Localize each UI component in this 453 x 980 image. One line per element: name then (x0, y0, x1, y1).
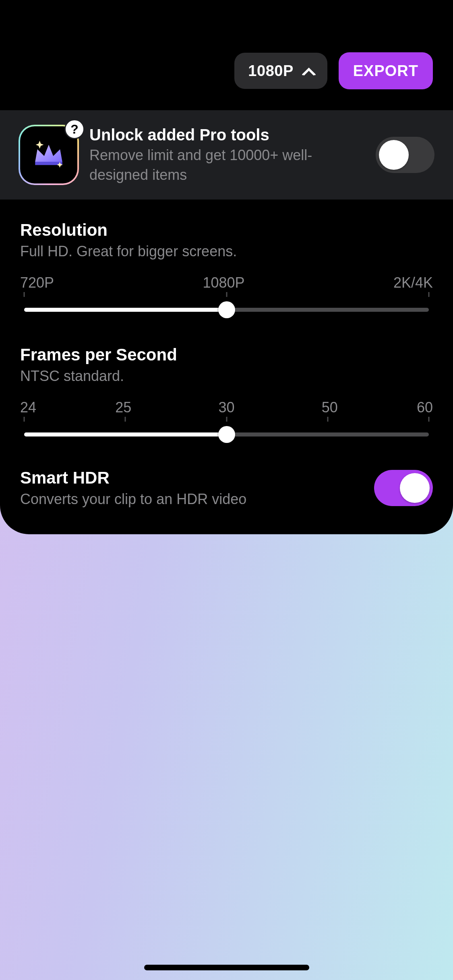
question-icon: ? (70, 123, 79, 136)
export-settings-panel: 1080P EXPORT (0, 0, 453, 534)
pro-icon-wrap: ? (19, 125, 79, 185)
resolution-section: Resolution Full HD. Great for bigger scr… (0, 200, 453, 324)
fps-section: Frames per Second NTSC standard. 24 25 3… (0, 324, 453, 449)
slider-thumb[interactable] (218, 301, 235, 318)
fps-label-1: 25 (82, 399, 165, 416)
fps-ticks (24, 417, 429, 422)
fps-label-0: 24 (20, 399, 62, 416)
pro-toggle[interactable] (376, 137, 434, 173)
smart-hdr-row: Smart HDR Converts your clip to an HDR v… (0, 449, 453, 511)
pro-subtitle: Remove limit and get 10000+ well-designe… (89, 146, 365, 185)
hdr-text: Smart HDR Converts your clip to an HDR v… (20, 468, 374, 508)
resolution-ticks (24, 292, 429, 297)
pro-title: Unlock added Pro tools (89, 125, 365, 145)
caret-up-icon (302, 66, 316, 76)
resolution-slider[interactable] (20, 298, 433, 322)
fps-labels: 24 25 30 50 60 (20, 399, 433, 416)
fps-label-4: 60 (392, 399, 433, 416)
pro-text: Unlock added Pro tools Remove limit and … (89, 125, 365, 185)
slider-thumb[interactable] (218, 426, 235, 443)
toggle-knob (400, 473, 430, 503)
resolution-label-2: 2K/4K (393, 274, 433, 291)
toggle-knob (379, 140, 409, 170)
slider-fill (24, 432, 231, 436)
help-badge[interactable]: ? (64, 119, 85, 139)
export-button[interactable]: EXPORT (339, 52, 433, 89)
fps-label-2: 30 (185, 399, 268, 416)
resolution-chip[interactable]: 1080P (234, 53, 327, 89)
slider-fill (24, 308, 231, 312)
resolution-label-1: 1080P (203, 274, 244, 291)
resolution-labels: 720P 1080P 2K/4K (20, 274, 433, 291)
resolution-chip-label: 1080P (248, 62, 293, 80)
hdr-subtitle: Converts your clip to an HDR video (20, 491, 374, 508)
fps-label-3: 50 (288, 399, 371, 416)
fps-title: Frames per Second (20, 345, 433, 364)
resolution-title: Resolution (20, 220, 433, 240)
fps-slider[interactable] (20, 422, 433, 447)
home-indicator[interactable] (144, 965, 309, 970)
crown-icon (31, 137, 67, 173)
hdr-title: Smart HDR (20, 468, 374, 488)
header-row: 1080P EXPORT (0, 0, 453, 110)
resolution-label-0: 720P (20, 274, 54, 291)
fps-subtitle: NTSC standard. (20, 368, 433, 385)
hdr-toggle[interactable] (374, 470, 433, 506)
pro-banner[interactable]: ? Unlock added Pro tools Remove limit an… (0, 110, 453, 200)
resolution-subtitle: Full HD. Great for bigger screens. (20, 243, 433, 260)
